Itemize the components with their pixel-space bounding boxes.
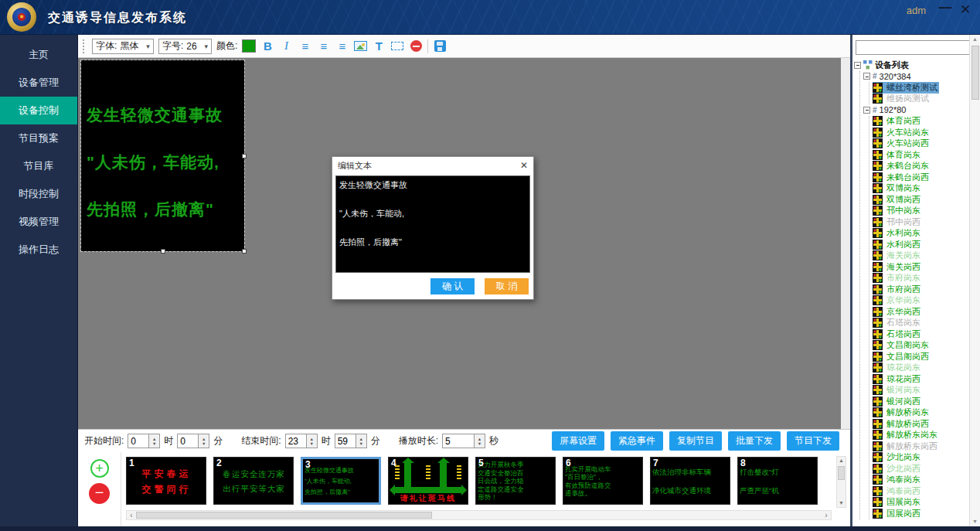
device-item[interactable]: 鸿泰岗东 [873, 475, 969, 486]
device-item[interactable]: 沙北岗东 [873, 452, 969, 464]
device-item[interactable]: 维扬岗测试 [873, 94, 969, 105]
device-item[interactable]: 体育岗东 [873, 149, 969, 161]
sidebar-item-device-management[interactable]: 设备管理 [0, 69, 77, 97]
sidebar-item-video-management[interactable]: 视频管理 [0, 208, 77, 236]
device-item[interactable]: 螺丝湾桥测试 [873, 82, 969, 94]
minimize-icon[interactable]: — [937, 0, 954, 15]
scroll-up-icon[interactable]: ▲ [972, 35, 978, 44]
insert-image-icon[interactable] [353, 39, 367, 54]
device-item[interactable]: 国展岗东 [873, 497, 969, 509]
close-icon[interactable]: ✕ [957, 2, 974, 18]
emergency-event-button[interactable]: 紧急事件 [611, 431, 663, 451]
collapse-icon[interactable] [854, 62, 861, 69]
device-item[interactable]: 海关岗东 [873, 250, 969, 262]
scroll-right-icon[interactable]: › [822, 511, 831, 519]
playlist-thumbnail-7[interactable]: 7依法治理非标车辆净化城市交通环境 [650, 457, 730, 505]
device-tree-scrollbar[interactable]: ▲ ▼ [969, 35, 980, 526]
sidebar-item-time-control[interactable]: 时段控制 [0, 180, 77, 208]
scroll-down-icon[interactable]: ▼ [839, 499, 844, 507]
device-item[interactable]: 市府岗西 [873, 284, 969, 295]
tree-group-320*384[interactable]: #320*384 [863, 71, 969, 83]
device-item[interactable]: 双博岗东 [873, 183, 969, 195]
device-item[interactable]: 石塔岗东 [873, 318, 969, 329]
playlist-horizontal-scrollbar[interactable]: ‹ › [126, 510, 832, 520]
copy-program-button[interactable]: 复制节目 [669, 431, 722, 451]
device-item[interactable]: 琼花岗西 [873, 373, 969, 385]
device-item[interactable]: 来鹤台岗东 [873, 161, 969, 172]
device-item[interactable]: 火车站岗东 [873, 127, 969, 138]
insert-text-icon[interactable]: T [372, 39, 386, 54]
resize-handle-bottom[interactable] [161, 249, 165, 254]
end-hour-spinner[interactable]: ▲▼ [307, 434, 318, 448]
device-item[interactable]: 鸿泰岗西 [873, 485, 969, 497]
scroll-left-icon[interactable]: ‹ [127, 511, 136, 519]
device-item[interactable]: 双博岗西 [873, 194, 969, 206]
duration-input[interactable] [442, 434, 475, 448]
device-item[interactable]: 来鹤台岗西 [873, 172, 969, 183]
sidebar-item-program-plan[interactable]: 节目预案 [0, 124, 77, 152]
device-item[interactable]: 海关岗西 [873, 261, 969, 273]
align-center-icon[interactable]: ≡ [316, 39, 330, 54]
duration-spinner[interactable]: ▲▼ [475, 434, 485, 448]
vertical-scroll-thumb[interactable] [838, 466, 845, 480]
logged-in-user[interactable]: adm [907, 5, 926, 16]
device-item[interactable]: 京华岗东 [873, 295, 969, 307]
italic-icon[interactable]: I [279, 39, 293, 54]
batch-send-button[interactable]: 批量下发 [728, 431, 781, 451]
device-item[interactable]: 邗中岗东 [873, 206, 969, 217]
playlist-thumbnail-3[interactable]: 3发生轻微交通事故"人未伤，车能动,先拍照，后撤离" [301, 457, 381, 505]
resize-handle-right[interactable] [242, 154, 247, 158]
sidebar-item-program-library[interactable]: 节目库 [0, 152, 77, 180]
device-item[interactable]: 解放桥岗东 [873, 407, 969, 419]
font-size-select[interactable]: 字号: 26 ▾ [158, 39, 212, 54]
device-item[interactable]: 京华岗西 [873, 306, 969, 318]
playlist-thumbnail-6[interactable]: 6扎实开展电动车"百日整治"，有效预防道路交通事故。 [563, 457, 643, 505]
remove-program-icon[interactable]: − [89, 483, 110, 504]
playlist-thumbnail-1[interactable]: 1平安春运交警同行 [126, 457, 206, 505]
playlist-vertical-scrollbar[interactable]: ▲ ▼ [836, 456, 846, 508]
add-program-icon[interactable]: + [90, 459, 109, 478]
device-item[interactable]: 沙北岗西 [873, 463, 969, 475]
device-item[interactable]: 水利岗西 [873, 239, 969, 250]
device-item[interactable]: 国展岗西 [873, 508, 969, 519]
program-send-button[interactable]: 节目下发 [787, 431, 839, 451]
tree-group-192*80[interactable]: #192*80 [863, 104, 969, 116]
dialog-close-icon[interactable]: ✕ [520, 160, 528, 171]
tree-root[interactable]: 设备列表 [854, 60, 969, 71]
device-item[interactable]: 银河岗西 [873, 396, 969, 407]
confirm-button[interactable]: 确 认 [430, 278, 475, 294]
align-left-icon[interactable]: ≡ [298, 39, 311, 54]
bold-icon[interactable]: B [260, 39, 274, 54]
sidebar-item-device-control[interactable]: 设备控制 [0, 97, 77, 124]
device-item[interactable]: 文昌阁岗西 [873, 351, 969, 363]
device-item[interactable]: 文昌阁岗东 [873, 340, 969, 352]
toolbar-grip[interactable] [83, 39, 86, 53]
end-minute-spinner[interactable]: ▲▼ [356, 434, 367, 448]
playlist-thumbnail-5[interactable]: 5大力开展秋冬季交通安全整治百日会战，全力稳定道路交通安全形势！ [475, 457, 556, 505]
end-hour-input[interactable] [285, 434, 307, 448]
start-minute-input[interactable] [177, 434, 199, 448]
scroll-up-icon[interactable]: ▲ [839, 457, 844, 465]
device-search-input[interactable] [856, 40, 971, 55]
playlist-thumbnail-2[interactable]: 2春运安全连万家出行平安等大家 [213, 457, 294, 505]
cancel-button[interactable]: 取 消 [485, 278, 529, 294]
end-minute-input[interactable] [335, 434, 356, 448]
device-item[interactable]: 火车站岗西 [873, 138, 969, 150]
start-hour-input[interactable] [128, 434, 149, 448]
device-item[interactable]: 石塔岗西 [873, 328, 969, 340]
led-preview-panel[interactable]: 发生轻微交通事故"人未伤，车能动,先拍照，后撤离" [81, 60, 244, 251]
scroll-down-icon[interactable]: ▼ [972, 517, 978, 526]
start-minute-spinner[interactable]: ▲▼ [199, 434, 209, 448]
color-swatch[interactable] [242, 39, 256, 53]
collapse-icon[interactable] [863, 73, 870, 80]
device-item[interactable]: 琼花岗东 [873, 363, 969, 374]
device-item[interactable]: 邗中岗西 [873, 216, 969, 228]
screen-settings-button[interactable]: 屏幕设置 [552, 431, 604, 451]
playlist-thumbnail-8[interactable]: 8打击整改"灯严查严惩"机 [737, 457, 818, 505]
device-item[interactable]: 解放桥东岗西 [873, 441, 969, 452]
collapse-icon[interactable] [863, 107, 870, 114]
device-item[interactable]: 市府岗东 [873, 273, 969, 284]
device-item[interactable]: 解放桥东岗东 [873, 430, 969, 441]
font-family-select[interactable]: 字体: 黑体 ▾ [92, 39, 154, 54]
device-item[interactable]: 水利岗东 [873, 228, 969, 240]
